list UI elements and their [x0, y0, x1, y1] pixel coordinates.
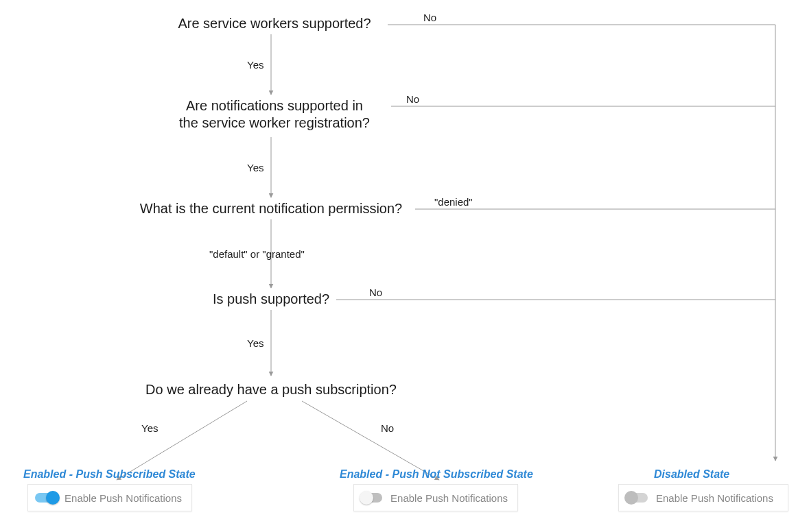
edge-q1-no: No [423, 12, 436, 23]
node-q5: Do we already have a push subscription? [134, 381, 408, 398]
edge-q2-yes: Yes [247, 162, 263, 173]
node-q2: Are notifications supported inthe servic… [158, 97, 391, 132]
edge-q1-yes: Yes [247, 59, 263, 71]
state-card-label: Enable Push Notifications [65, 492, 182, 504]
state-not-subscribed-card[interactable]: Enable Push Notifications [353, 484, 518, 511]
state-disabled-card: Enable Push Notifications [618, 484, 788, 511]
state-card-label: Enable Push Notifications [656, 492, 773, 504]
edge-q5-yes: Yes [141, 422, 158, 434]
state-disabled-title: Disabled State [654, 468, 729, 481]
edge-q5-no: No [381, 422, 394, 434]
node-q4: Is push supported? [199, 291, 343, 308]
flow-edges [0, 0, 809, 532]
toggle-icon [361, 493, 382, 503]
state-not-subscribed-title: Enabled - Push Not Subscribed State [340, 468, 533, 481]
edge-q3-denied: "denied" [434, 196, 473, 208]
state-card-label: Enable Push Notifications [390, 492, 508, 504]
state-subscribed-title: Enabled - Push Subscribed State [23, 468, 196, 481]
edge-q4-yes: Yes [247, 337, 263, 349]
edge-q4-no: No [369, 287, 382, 298]
edge-q2-no: No [406, 93, 419, 105]
node-q3: What is the current notification permiss… [120, 200, 422, 217]
state-subscribed-card[interactable]: Enable Push Notifications [27, 484, 192, 511]
edge-q3-default: "default" or "granted" [209, 248, 305, 260]
toggle-icon [626, 493, 648, 503]
toggle-icon [35, 493, 56, 503]
node-q1: Are service workers supported? [161, 15, 388, 32]
